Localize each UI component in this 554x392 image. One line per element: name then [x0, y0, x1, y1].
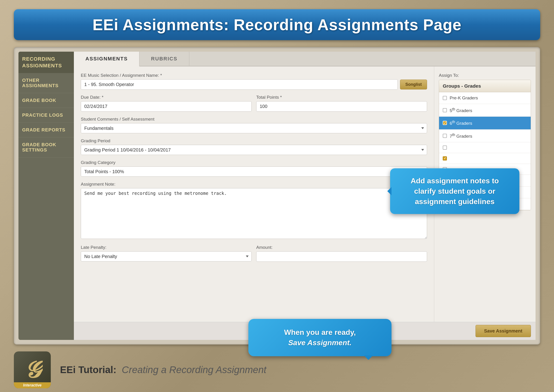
bottom-title: EEi Tutorial: Creating a Recording Assig… [60, 364, 266, 375]
sidebar: RECORDINGASSIGNMENTS OTHER ASSIGNMENTS G… [18, 52, 74, 340]
list-item-prek[interactable]: Pre-K Graders [439, 92, 531, 104]
logo-icon: 𝒢 [22, 357, 43, 380]
checkbox-prek [443, 96, 447, 100]
svg-text:𝒢: 𝒢 [23, 357, 43, 380]
callout-save-text: When you are ready, Save Assignment. [260, 327, 380, 348]
amount-label: Amount: [256, 245, 427, 250]
list-item-7th[interactable]: 7th Graders [439, 130, 531, 142]
amount-input[interactable] [256, 251, 427, 262]
grading-period-select[interactable]: Grading Period 1 10/04/2016 - 10/04/2017 [81, 145, 427, 155]
music-input[interactable] [81, 79, 398, 90]
logo-badge: Interactive [14, 382, 51, 388]
sidebar-header: RECORDINGASSIGNMENTS [18, 52, 74, 73]
grading-category-select[interactable]: Total Points - 100% [81, 167, 427, 177]
grading-period-label: Grading Period [81, 138, 427, 143]
note-group: Assignment Note: Send me your best recor… [81, 182, 427, 240]
grading-category-label: Grading Category [81, 160, 427, 165]
form-left: EE Music Selection / Assignment Name: * … [74, 66, 434, 322]
comments-group: Student Comments / Self Assessment Funda… [81, 117, 427, 133]
songlist-button[interactable]: Songlist [400, 80, 427, 90]
due-date-group: Due Date: * [81, 95, 252, 112]
header-banner: EEi Assignments: Recording Assignments P… [14, 9, 540, 40]
sidebar-item-grade-book-settings[interactable]: GRADE BOOKSETTINGS [18, 137, 74, 157]
callout-notes-text: Add assignment notes to clarify student … [399, 176, 510, 207]
total-points-label: Total Points * [256, 95, 427, 100]
due-date-label: Due Date: * [81, 95, 252, 100]
grading-period-group: Grading Period Grading Period 1 10/04/20… [81, 138, 427, 155]
note-label: Assignment Note: [81, 182, 427, 187]
groups-header: Groups - Grades [439, 80, 531, 92]
sidebar-section-title: RECORDINGASSIGNMENTS [22, 56, 70, 69]
tab-rubrics[interactable]: RUBRICS [139, 52, 189, 66]
save-assignment-button[interactable]: Save Assignment [475, 325, 531, 337]
checkbox-5th [443, 108, 447, 112]
list-item-blank1[interactable] [439, 142, 531, 153]
grading-category-group: Grading Category Total Points - 100% [81, 160, 427, 177]
total-points-group: Total Points * [256, 95, 427, 112]
music-selection-row: Songlist [81, 79, 427, 90]
note-textarea[interactable]: Send me your best recording using the me… [81, 188, 427, 239]
logo-inner: 𝒢 [14, 355, 51, 382]
checkbox-checked2 [443, 156, 447, 161]
music-selection-group: EE Music Selection / Assignment Name: * … [81, 73, 427, 90]
comments-select[interactable]: Fundamentals [81, 123, 427, 133]
late-penalty-label: Late Penalty: [81, 245, 252, 250]
assign-to-label: Assign To: [439, 73, 531, 78]
music-selection-label: EE Music Selection / Assignment Name: * [81, 73, 427, 78]
due-date-input[interactable] [81, 101, 252, 112]
sidebar-item-grade-book[interactable]: GRADE BOOK [18, 93, 74, 108]
total-points-input[interactable] [256, 101, 427, 112]
checkbox-blank1 [443, 146, 447, 150]
checkbox-7th [443, 134, 447, 138]
callout-notes: Add assignment notes to clarify student … [390, 168, 519, 214]
list-item-checked2[interactable] [439, 153, 531, 164]
tab-assignments[interactable]: ASSIGNMENTS [74, 52, 139, 66]
list-item-6th[interactable]: 6th Graders [439, 117, 531, 129]
late-penalty-row: Late Penalty: No Late Penalty Amount: [81, 245, 427, 267]
date-points-row: Due Date: * Total Points * [81, 95, 427, 117]
list-item-5th[interactable]: 5th Graders [439, 104, 531, 117]
sidebar-item-grade-reports[interactable]: GRADE REPORTS [18, 123, 74, 137]
late-penalty-group: Late Penalty: No Late Penalty [81, 245, 252, 261]
late-penalty-select[interactable]: No Late Penalty [81, 251, 252, 261]
comments-label: Student Comments / Self Assessment [81, 117, 427, 122]
sidebar-item-other-assignments[interactable]: OTHER ASSIGNMENTS [18, 73, 74, 93]
amount-group: Amount: [256, 245, 427, 262]
callout-save: When you are ready, Save Assignment. [248, 319, 391, 356]
checkbox-6th [443, 121, 447, 125]
tabs-bar: ASSIGNMENTS RUBRICS [74, 52, 536, 66]
page-title: EEi Assignments: Recording Assignments P… [93, 16, 462, 34]
logo: 𝒢 Interactive [14, 351, 51, 388]
sidebar-item-practice-logs[interactable]: PRACTICE LOGS [18, 108, 74, 123]
